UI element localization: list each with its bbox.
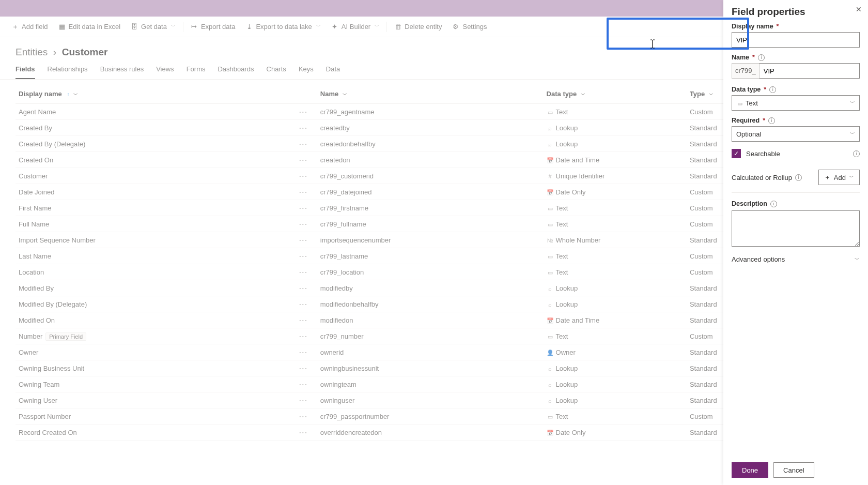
cell-data-type: ⌕Lookup bbox=[544, 376, 687, 392]
cell-display-name: Owning Business Unit bbox=[16, 360, 272, 376]
row-more-icon[interactable]: ··· bbox=[272, 232, 317, 248]
row-more-icon[interactable]: ··· bbox=[272, 328, 317, 344]
settings-button[interactable]: ⚙ Settings bbox=[448, 21, 491, 33]
text-type-icon: ▭ bbox=[736, 100, 743, 107]
row-more-icon[interactable]: ··· bbox=[272, 312, 317, 328]
cell-display-name: Date Joined bbox=[16, 184, 272, 200]
cell-data-type: 👤Owner bbox=[544, 344, 687, 360]
row-more-icon[interactable]: ··· bbox=[272, 168, 317, 184]
separator bbox=[386, 22, 387, 32]
datatype-icon: ⌕ bbox=[547, 285, 554, 292]
cell-data-type: ▭Text bbox=[544, 408, 687, 425]
cell-display-name: Agent Name bbox=[16, 104, 272, 120]
tab-keys[interactable]: Keys bbox=[299, 65, 314, 79]
cancel-button[interactable]: Cancel bbox=[773, 462, 814, 478]
cell-display-name: Location bbox=[16, 264, 272, 280]
row-more-icon[interactable]: ··· bbox=[272, 248, 317, 264]
cell-data-type: ⌕Lookup bbox=[544, 392, 687, 408]
add-label: Add bbox=[834, 174, 846, 181]
cell-name: createdon bbox=[317, 152, 544, 168]
edit-excel-button[interactable]: ▦ Edit data in Excel bbox=[54, 21, 125, 33]
tab-fields[interactable]: Fields bbox=[16, 65, 35, 79]
row-more-icon[interactable]: ··· bbox=[272, 425, 317, 441]
cell-data-type: ▭Text bbox=[544, 248, 687, 264]
display-name-input[interactable] bbox=[732, 32, 860, 48]
col-name[interactable]: Name ﹀ bbox=[317, 85, 544, 104]
info-icon[interactable]: i bbox=[758, 54, 765, 61]
col-display-name[interactable]: Display name ↑ ﹀ bbox=[16, 85, 272, 104]
data-type-select[interactable]: ▭Text ﹀ bbox=[732, 95, 860, 111]
primary-field-badge: Primary Field bbox=[45, 332, 86, 341]
row-more-icon[interactable]: ··· bbox=[272, 264, 317, 280]
cell-display-name: Customer bbox=[16, 168, 272, 184]
row-more-icon[interactable]: ··· bbox=[272, 216, 317, 232]
tab-views[interactable]: Views bbox=[156, 65, 174, 79]
export-icon: ↦ bbox=[191, 23, 198, 31]
tab-business-rules[interactable]: Business rules bbox=[100, 65, 144, 79]
row-more-icon[interactable]: ··· bbox=[272, 152, 317, 168]
export-data-button[interactable]: ↦ Export data bbox=[187, 21, 240, 33]
cell-name: modifiedonbehalfby bbox=[317, 296, 544, 312]
row-more-icon[interactable]: ··· bbox=[272, 392, 317, 408]
add-field-button[interactable]: ＋ Add field bbox=[7, 21, 52, 33]
row-more-icon[interactable]: ··· bbox=[272, 120, 317, 136]
close-icon[interactable]: ✕ bbox=[856, 5, 862, 13]
cell-name: cr799_location bbox=[317, 264, 544, 280]
tab-charts[interactable]: Charts bbox=[267, 65, 286, 79]
sort-asc-icon: ↑ bbox=[67, 92, 69, 97]
row-more-icon[interactable]: ··· bbox=[272, 408, 317, 425]
datatype-icon: ▭ bbox=[547, 221, 554, 228]
row-more-icon[interactable]: ··· bbox=[272, 184, 317, 200]
edit-excel-label: Edit data in Excel bbox=[69, 23, 120, 31]
row-more-icon[interactable]: ··· bbox=[272, 200, 317, 216]
info-icon[interactable]: i bbox=[770, 201, 777, 207]
col-data-type[interactable]: Data type ﹀ bbox=[544, 85, 687, 104]
display-name-label: Display name* bbox=[732, 23, 860, 30]
get-data-button[interactable]: 🗄 Get data ﹀ bbox=[127, 21, 180, 33]
info-icon[interactable]: i bbox=[768, 117, 775, 124]
row-more-icon[interactable]: ··· bbox=[272, 104, 317, 120]
cell-data-type: 📅Date Only bbox=[544, 184, 687, 200]
row-more-icon[interactable]: ··· bbox=[272, 376, 317, 392]
breadcrumb-root[interactable]: Entities bbox=[16, 47, 48, 57]
cell-display-name: Owning User bbox=[16, 392, 272, 408]
cell-data-type: #Unique Identifier bbox=[544, 168, 687, 184]
plus-icon: ＋ bbox=[11, 23, 19, 31]
row-more-icon[interactable]: ··· bbox=[272, 280, 317, 296]
delete-entity-button[interactable]: 🗑 Delete entity bbox=[390, 21, 446, 33]
cell-display-name: Created By (Delegate) bbox=[16, 136, 272, 152]
datatype-icon: ⌕ bbox=[547, 301, 554, 308]
add-calculation-button[interactable]: ＋ Add ﹀ bbox=[818, 170, 860, 185]
row-more-icon[interactable]: ··· bbox=[272, 296, 317, 312]
col-type-label: Type bbox=[690, 90, 705, 98]
cell-data-type: ⌕Lookup bbox=[544, 296, 687, 312]
ai-builder-button[interactable]: ✦ AI Builder ﹀ bbox=[327, 21, 383, 33]
datatype-icon: ⌕ bbox=[547, 125, 554, 131]
row-more-icon[interactable]: ··· bbox=[272, 136, 317, 152]
tab-data[interactable]: Data bbox=[326, 65, 340, 79]
cell-data-type: ⌕Lookup bbox=[544, 120, 687, 136]
tab-relationships[interactable]: Relationships bbox=[48, 65, 88, 79]
description-input[interactable] bbox=[732, 210, 860, 247]
advanced-options-toggle[interactable]: Advanced options ﹀ bbox=[732, 255, 860, 263]
searchable-checkbox[interactable]: ✓ bbox=[732, 149, 741, 158]
ai-icon: ✦ bbox=[331, 23, 338, 31]
tab-forms[interactable]: Forms bbox=[187, 65, 206, 79]
database-icon: 🗄 bbox=[131, 23, 138, 31]
name-input[interactable] bbox=[759, 63, 860, 79]
info-icon[interactable]: i bbox=[853, 150, 860, 157]
chevron-down-icon: ﹀ bbox=[850, 99, 855, 107]
info-icon[interactable]: i bbox=[769, 86, 776, 93]
info-icon[interactable]: i bbox=[795, 174, 802, 181]
datatype-icon: # bbox=[547, 173, 554, 179]
row-more-icon[interactable]: ··· bbox=[272, 344, 317, 360]
done-button[interactable]: Done bbox=[732, 462, 768, 478]
export-lake-button[interactable]: ⤓ Export to data lake ﹀ bbox=[241, 21, 324, 33]
datatype-icon: 📅 bbox=[547, 157, 554, 164]
cell-name: cr799_fullname bbox=[317, 216, 544, 232]
cell-data-type: 📅Date and Time bbox=[544, 152, 687, 168]
separator bbox=[183, 22, 183, 32]
tab-dashboards[interactable]: Dashboards bbox=[218, 65, 254, 79]
row-more-icon[interactable]: ··· bbox=[272, 360, 317, 376]
required-select[interactable]: Optional ﹀ bbox=[732, 126, 860, 142]
